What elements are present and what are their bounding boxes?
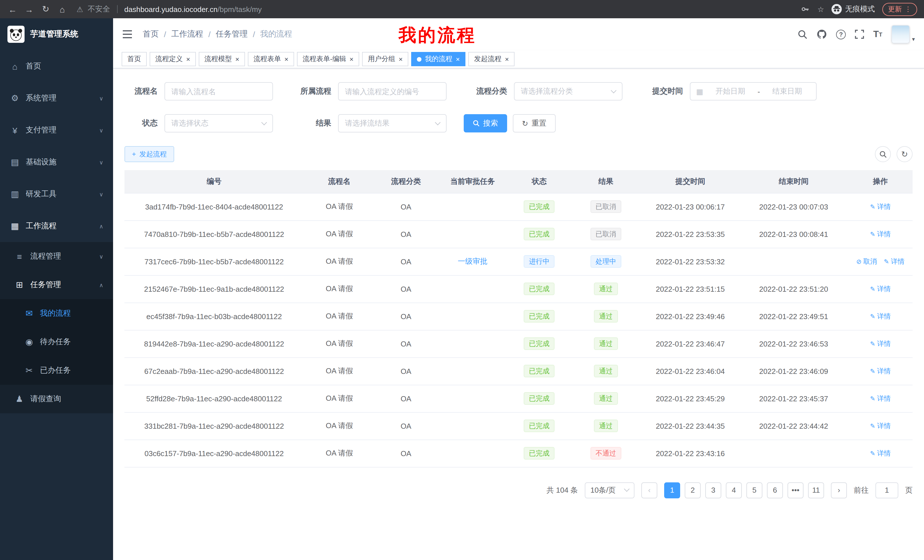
filter-process-name: 流程名 xyxy=(124,82,273,100)
detail-action-link[interactable]: ✎详情 xyxy=(870,421,891,431)
tab-2[interactable]: 流程模型× xyxy=(199,52,245,66)
result-select[interactable]: 请选择流结果 xyxy=(338,114,447,132)
status-select[interactable]: 请选择状态 xyxy=(165,114,273,132)
detail-action-link[interactable]: ✎详情 xyxy=(870,366,891,376)
avatar[interactable] xyxy=(891,25,910,43)
plus-icon: + xyxy=(132,150,136,158)
page-button-6[interactable]: 6 xyxy=(767,482,783,498)
tab-6[interactable]: 我的流程× xyxy=(411,52,465,66)
browser-update-button[interactable]: 更新 ⋮ xyxy=(882,3,917,16)
sidebar-item-task-management[interactable]: ⊞ 任务管理 ∧ xyxy=(0,271,113,299)
detail-action-link[interactable]: ✎详情 xyxy=(870,448,891,458)
sidebar-item-home[interactable]: ⌂ 首页 xyxy=(0,50,113,82)
table-row: 52ffd28e-7b9a-11ec-a290-acde48001122OA 请… xyxy=(124,385,913,412)
detail-action-link[interactable]: ✎详情 xyxy=(884,257,904,266)
github-icon[interactable] xyxy=(817,29,827,39)
page-button-3[interactable]: 3 xyxy=(705,482,721,498)
password-key-icon[interactable] xyxy=(801,4,810,14)
detail-action-link[interactable]: ✎详情 xyxy=(870,202,891,211)
sidebar-collapse-icon[interactable] xyxy=(122,30,132,39)
page-button-5[interactable]: 5 xyxy=(746,482,762,498)
tab-5[interactable]: 用户分组× xyxy=(362,52,408,66)
detail-action-link[interactable]: ✎详情 xyxy=(870,284,891,294)
breadcrumb: 首页 / 工作流程 / 任务管理 / 我的流程 xyxy=(143,29,292,39)
tab-4[interactable]: 流程表单-编辑× xyxy=(297,52,359,66)
pagination-more[interactable]: ••• xyxy=(788,482,804,498)
tab-3[interactable]: 流程表单× xyxy=(248,52,294,66)
sidebar-item-infrastructure[interactable]: ▤ 基础设施 ∨ xyxy=(0,146,113,178)
pagination: 共 104 条 10条/页 ‹ 123456•••11 › 前往 页 xyxy=(113,467,924,498)
browser-home-icon[interactable]: ⌂ xyxy=(57,4,68,14)
search-icon[interactable] xyxy=(798,29,807,39)
sidebar-item-done-tasks[interactable]: ✂ 已办任务 xyxy=(0,356,113,385)
fullscreen-icon[interactable] xyxy=(855,30,864,39)
sidebar-item-leave-query[interactable]: ♟ 请假查询 xyxy=(0,385,113,413)
page-button-1[interactable]: 1 xyxy=(664,482,680,498)
forward-icon[interactable]: → xyxy=(23,4,35,14)
sidebar-item-payment[interactable]: ¥ 支付管理 ∨ xyxy=(0,114,113,146)
prev-page-button[interactable]: ‹ xyxy=(641,482,657,498)
breadcrumb-workflow[interactable]: 工作流程 xyxy=(171,29,203,39)
process-name-input[interactable] xyxy=(165,82,273,100)
help-icon[interactable]: ? xyxy=(836,29,846,39)
filter-submit-time: 提交时间 ▦ 开始日期 - 结束日期 xyxy=(640,82,817,100)
category-select[interactable]: 请选择流程分类 xyxy=(514,82,622,100)
browser-menu-dots-icon[interactable]: ⋮ xyxy=(904,5,911,13)
column-header: 结果 xyxy=(570,170,641,193)
cell-actions: ✎详情 xyxy=(848,302,913,330)
sidebar-item-workflow[interactable]: ▦ 工作流程 ∧ xyxy=(0,210,113,242)
tab-close-icon[interactable]: × xyxy=(350,55,354,63)
submit-time-range-picker[interactable]: ▦ 开始日期 - 结束日期 xyxy=(690,82,817,100)
process-def-input[interactable] xyxy=(338,82,447,100)
start-process-button[interactable]: + 发起流程 xyxy=(124,146,174,162)
tab-close-icon[interactable]: × xyxy=(505,55,509,63)
page-button-2[interactable]: 2 xyxy=(685,482,701,498)
user-menu[interactable]: ▾ xyxy=(891,25,915,43)
tab-close-icon[interactable]: × xyxy=(399,55,403,63)
tab-0[interactable]: 首页 xyxy=(122,52,147,66)
detail-action-link[interactable]: ✎详情 xyxy=(870,229,891,239)
cell-actions: ✎详情 xyxy=(848,330,913,357)
table-row: 3ad174fb-7b9d-11ec-8404-acde48001122OA 请… xyxy=(124,193,913,220)
page-button-4[interactable]: 4 xyxy=(726,482,742,498)
detail-action-link[interactable]: ✎详情 xyxy=(870,311,891,321)
breadcrumb-task-management[interactable]: 任务管理 xyxy=(216,29,248,39)
next-page-button[interactable]: › xyxy=(831,482,847,498)
cell-id: 819442e8-7b9a-11ec-a290-acde48001122 xyxy=(124,330,304,357)
sidebar-item-system[interactable]: ⚙ 系统管理 ∨ xyxy=(0,82,113,114)
status-tag: 进行中 xyxy=(524,255,555,268)
back-icon[interactable]: ← xyxy=(7,4,18,14)
detail-action-label: 详情 xyxy=(877,339,891,349)
font-size-icon[interactable]: TT xyxy=(873,29,882,39)
tab-close-icon[interactable]: × xyxy=(235,55,239,63)
tab-1[interactable]: 流程定义× xyxy=(150,52,196,66)
page-size-select[interactable]: 10条/页 xyxy=(585,482,634,498)
sidebar-item-devtools[interactable]: ▥ 研发工具 ∨ xyxy=(0,178,113,210)
bookmark-star-icon[interactable]: ☆ xyxy=(818,5,824,13)
sidebar-item-todo-tasks[interactable]: ◉ 待办任务 xyxy=(0,328,113,356)
search-button[interactable]: 搜索 xyxy=(464,114,507,132)
tab-close-icon[interactable]: × xyxy=(186,55,190,63)
reload-icon[interactable]: ↻ xyxy=(40,4,51,14)
app-logo[interactable]: 芋道管理系统 xyxy=(0,18,113,50)
cell-status: 已完成 xyxy=(508,330,570,357)
sidebar-item-process-management[interactable]: ≡ 流程管理 ∨ xyxy=(0,242,113,271)
current-task-link[interactable]: 一级审批 xyxy=(458,257,488,265)
toggle-search-button[interactable] xyxy=(875,146,891,162)
tab-close-icon[interactable]: × xyxy=(456,55,460,63)
cancel-action-link[interactable]: ⊘取消 xyxy=(856,257,877,266)
detail-action-link[interactable]: ✎详情 xyxy=(870,394,891,403)
tab-label: 用户分组 xyxy=(368,54,395,64)
goto-page-input[interactable] xyxy=(876,482,898,498)
address-bar[interactable]: ⚠ 不安全 dashboard.yudao.iocoder.cn/bpm/tas… xyxy=(76,4,792,14)
sidebar-item-my-process[interactable]: ✉ 我的流程 xyxy=(0,299,113,328)
reset-button[interactable]: ↻ 重置 xyxy=(513,114,556,132)
page-button-11[interactable]: 11 xyxy=(808,482,824,498)
refresh-table-button[interactable]: ↻ xyxy=(897,146,913,162)
search-button-label: 搜索 xyxy=(483,118,498,129)
tab-7[interactable]: 发起流程× xyxy=(468,52,514,66)
detail-action-link[interactable]: ✎详情 xyxy=(870,339,891,349)
tab-close-icon[interactable]: × xyxy=(284,55,288,63)
done-tasks-icon: ✂ xyxy=(24,365,34,376)
breadcrumb-home[interactable]: 首页 xyxy=(143,29,159,39)
